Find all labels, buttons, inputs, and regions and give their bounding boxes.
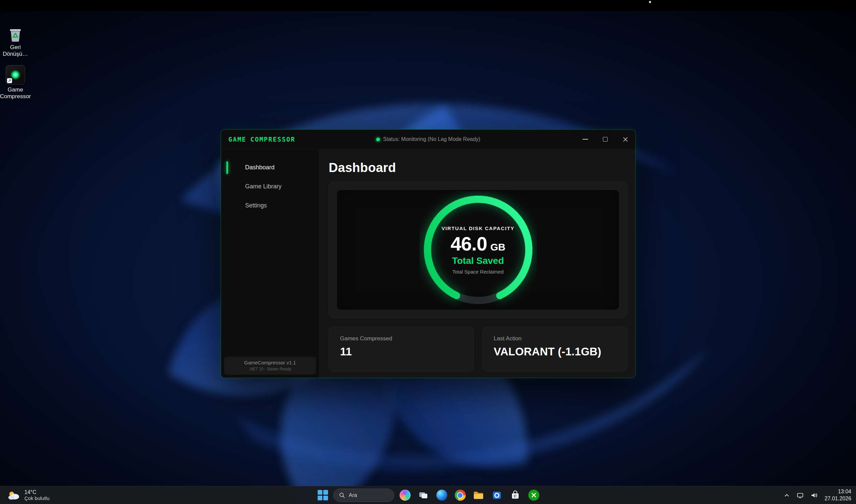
minimize-button[interactable] [575,130,595,149]
gauge-label: VIRTUAL DISK CAPACITY [441,226,514,231]
taskbar-search[interactable]: Ara [333,489,394,502]
file-explorer-icon [473,490,484,500]
shortcut-arrow-icon [7,78,12,83]
app-title-word2: COMPRESSOR [251,136,295,143]
game-compressor-desktop-icon[interactable]: Game Compressor [0,65,35,100]
microsoft-store-button[interactable] [508,488,523,503]
sidebar: Dashboard Game Library Settings GameComp… [221,149,319,378]
microsoft-store-icon [510,490,520,501]
sidebar-item-dashboard[interactable]: Dashboard [221,158,319,177]
window-body: Dashboard Game Library Settings GameComp… [221,149,635,378]
stat-value: 11 [340,345,462,358]
volume-button[interactable] [808,488,820,503]
copilot-taskbar-button[interactable] [397,488,413,503]
last-action-card: Last Action VALORANT (-1.1GB) [482,327,628,372]
recycle-bin-icon [8,27,23,42]
recycle-bin-desktop-icon[interactable]: Geri Dönüşü… [0,27,35,57]
capacity-gauge: VIRTUAL DISK CAPACITY 46.0 GB Total Save… [419,191,537,309]
mouse-cursor-dot [649,1,651,3]
maximize-button[interactable] [595,130,615,149]
sidebar-item-settings[interactable]: Settings [221,196,319,215]
outlook-icon [492,490,502,501]
status-dot-icon [376,138,380,141]
minimize-icon [582,139,588,140]
app-version: GameCompressor v1.1 [225,360,315,365]
sidebar-item-label: Dashboard [245,164,275,171]
page-title: Dashboard [329,161,627,175]
weather-cloud-icon [7,490,21,500]
game-compressor-app-icon [6,65,25,85]
clock[interactable]: 13:04 27.01.2026 [825,488,851,502]
app-runtime-info: .NET 10 - Steam Ready [225,367,315,372]
sidebar-item-game-library[interactable]: Game Library [221,177,319,196]
maximize-icon [603,137,607,142]
clock-time: 13:04 [825,488,851,495]
active-indicator [226,161,228,174]
close-button[interactable] [615,130,635,149]
window-controls [575,130,635,149]
gauge-caption: Total Space Reclaimed [452,269,503,274]
desktop-screen: Geri Dönüşü… Game Compressor GAME COMPRE… [0,0,856,504]
top-black-strip [0,0,856,11]
desktop-icon-label: Compressor [0,93,31,100]
system-tray: 13:04 27.01.2026 [782,486,856,504]
volume-icon [810,492,818,499]
search-label: Ara [349,492,357,498]
gauge-text: VIRTUAL DISK CAPACITY 46.0 GB Total Save… [419,191,537,309]
xbox-icon [528,490,540,501]
weather-widget[interactable]: 14°C Çok bulutlu [2,486,55,504]
taskbar: 14°C Çok bulutlu Ara [0,486,856,504]
search-icon [339,492,345,498]
close-icon [622,137,628,142]
outlook-taskbar-button[interactable] [489,488,504,503]
game-compressor-window: GAME COMPRESSOR Status: Monitoring (No L… [221,129,636,378]
clock-date: 27.01.2026 [825,495,851,502]
gauge-value: 46.0 [451,232,487,255]
weather-temp: 14°C [24,489,50,495]
display-icon [797,492,804,499]
chrome-icon [455,490,466,501]
windows-logo-icon [318,490,328,500]
edge-icon [436,490,447,501]
main-content: Dashboard [319,149,635,378]
status-indicator: Status: Monitoring (No Lag Mode Ready) [376,136,480,142]
stat-label: Last Action [494,335,616,342]
chevron-up-icon [784,492,790,499]
xbox-taskbar-button[interactable] [526,488,541,503]
games-compressed-card: Games Compressed 11 [329,327,474,372]
tray-device-button[interactable] [794,488,806,503]
app-title-word1: GAME [228,136,246,143]
stat-row: Games Compressed 11 Last Action VALORANT… [329,327,627,372]
file-explorer-button[interactable] [471,488,486,503]
task-view-button[interactable] [416,488,431,503]
weather-condition: Çok bulutlu [24,495,50,501]
sidebar-item-label: Game Library [245,183,281,190]
window-titlebar[interactable]: GAME COMPRESSOR Status: Monitoring (No L… [221,130,635,149]
sidebar-footer: GameCompressor v1.1 .NET 10 - Steam Read… [224,357,316,375]
task-view-icon [418,490,429,501]
taskbar-center: Ara [315,486,541,504]
hidden-icons-button[interactable] [782,488,792,503]
desktop-icon-label: Geri [3,44,28,51]
stat-value: VALORANT (-1.1GB) [494,345,616,358]
edge-taskbar-button[interactable] [434,488,449,503]
stat-label: Games Compressed [340,335,462,342]
gauge-panel: VIRTUAL DISK CAPACITY 46.0 GB Total Save… [337,190,619,310]
gauge-value-row: 46.0 GB [451,232,506,255]
desktop-icon-label: Dönüşü… [3,51,28,57]
start-button[interactable] [315,488,330,503]
app-title: GAME COMPRESSOR [228,136,295,143]
status-text: Status: Monitoring (No Lag Mode Ready) [383,136,480,142]
chrome-taskbar-button[interactable] [452,488,468,503]
sidebar-item-label: Settings [245,202,267,209]
desktop-icon-label: Game [0,87,31,93]
gauge-subtitle: Total Saved [452,255,504,266]
copilot-icon [399,490,411,501]
disk-capacity-card: VIRTUAL DISK CAPACITY 46.0 GB Total Save… [329,182,627,318]
gauge-unit: GB [490,241,505,253]
